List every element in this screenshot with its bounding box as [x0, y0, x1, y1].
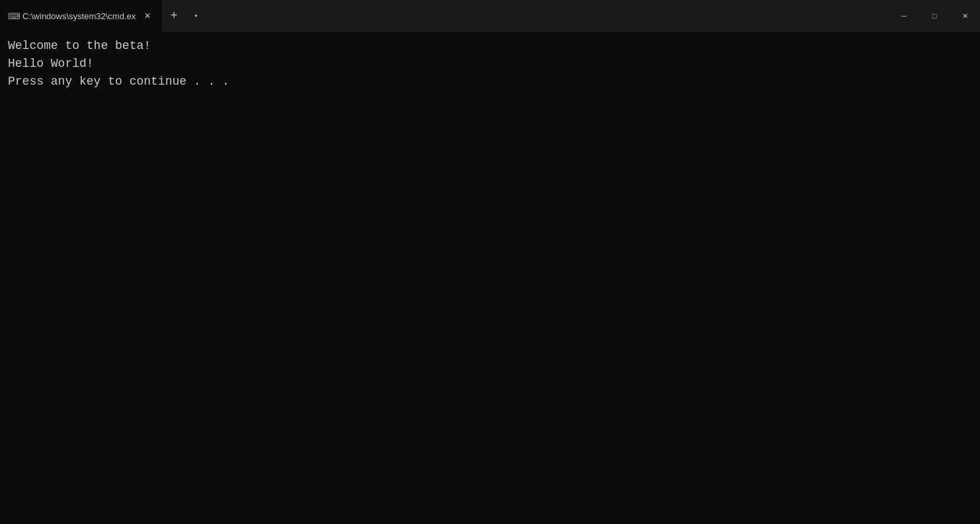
minimize-button[interactable]: ─	[889, 0, 919, 32]
maximize-button[interactable]: □	[919, 0, 950, 32]
terminal-line-1: Welcome to the beta!	[8, 37, 972, 55]
tab-title: C:\windows\system32\cmd.ex	[22, 11, 136, 21]
tab-dropdown-button[interactable]: ▾	[186, 4, 206, 28]
close-button[interactable]: ✕	[950, 0, 980, 32]
terminal-window: ⌨ C:\windows\system32\cmd.ex ✕ + ▾ ─ □ ✕…	[0, 0, 980, 524]
terminal-icon: ⌨	[8, 11, 17, 21]
tab-area: ⌨ C:\windows\system32\cmd.ex ✕ + ▾	[0, 0, 889, 32]
terminal-line-3: Press any key to continue . . .	[8, 73, 972, 91]
tab-close-button[interactable]: ✕	[141, 9, 154, 22]
new-tab-button[interactable]: +	[162, 4, 186, 28]
terminal-line-2: Hello World!	[8, 55, 972, 73]
chevron-down-icon: ▾	[194, 12, 198, 20]
active-tab[interactable]: ⌨ C:\windows\system32\cmd.ex ✕	[0, 0, 162, 32]
terminal-content[interactable]: Welcome to the beta! Hello World! Press …	[0, 32, 980, 524]
window-controls: ─ □ ✕	[889, 0, 980, 32]
title-bar: ⌨ C:\windows\system32\cmd.ex ✕ + ▾ ─ □ ✕	[0, 0, 980, 32]
